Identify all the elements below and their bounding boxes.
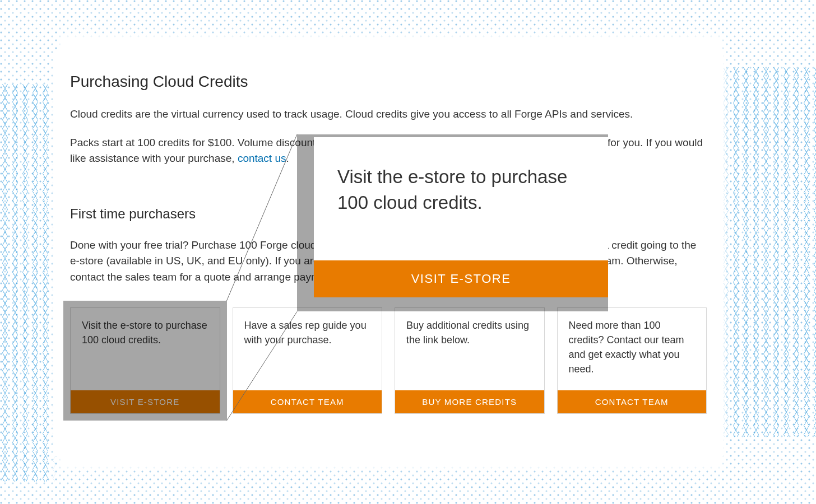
contact-team-button-2[interactable]: CONTACT TEAM [558, 390, 707, 413]
card-body: Need more than 100 credits? Contact our … [558, 308, 707, 390]
card-body: Buy additional credits using the link be… [395, 308, 544, 390]
buy-more-credits-button[interactable]: BUY MORE CREDITS [395, 390, 544, 413]
zoom-popup: Visit the e-store to purchase 100 cloud … [314, 137, 608, 297]
card-visit-estore: Visit the e-store to purchase 100 cloud … [70, 307, 220, 414]
contact-team-button[interactable]: CONTACT TEAM [233, 390, 382, 413]
visit-estore-button[interactable]: VISIT E-STORE [71, 390, 220, 413]
card-body: Visit the e-store to purchase 100 cloud … [71, 308, 220, 390]
page-title: Purchasing Cloud Credits [70, 73, 707, 91]
intro-paragraph-1: Cloud credits are the virtual currency u… [70, 106, 707, 123]
card-contact-team-1: Have a sales rep guide you with your pur… [233, 307, 383, 414]
decorative-pattern-right [721, 67, 816, 437]
zoom-visit-estore-button[interactable]: VISIT E-STORE [314, 260, 608, 297]
contact-us-link[interactable]: contact us [238, 152, 286, 164]
zoom-body-text: Visit the e-store to purchase 100 cloud … [314, 137, 608, 260]
card-body: Have a sales rep guide you with your pur… [233, 308, 382, 390]
card-buy-more-credits: Buy additional credits using the link be… [395, 307, 545, 414]
cards-row: Visit the e-store to purchase 100 cloud … [70, 307, 707, 414]
decorative-pattern-left [0, 84, 56, 482]
card-contact-team-2: Need more than 100 credits? Contact our … [557, 307, 707, 414]
